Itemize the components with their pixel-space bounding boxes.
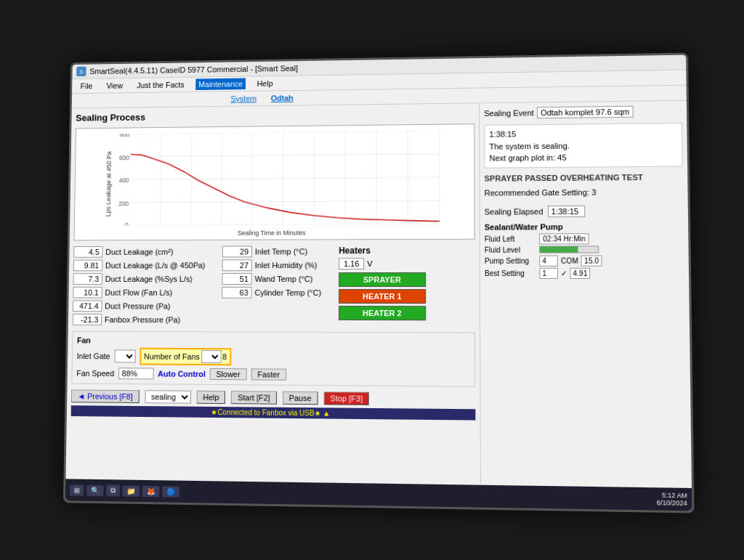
best-setting-val: 1 bbox=[539, 267, 558, 278]
fanbox-pressure-value: -21.3 bbox=[73, 314, 102, 325]
taskbar-time: 5:12 AM 6/10/2024 bbox=[657, 491, 687, 506]
menu-help[interactable]: Help bbox=[254, 77, 276, 89]
sprayer-button[interactable]: SPRAYER bbox=[339, 272, 426, 286]
best-setting-num: 4.91 bbox=[570, 267, 590, 278]
svg-text:200: 200 bbox=[118, 200, 129, 207]
fluid-level-row: Fluid Level bbox=[485, 245, 684, 253]
inlet-gate-select[interactable]: 4 bbox=[114, 349, 135, 362]
slower-button[interactable]: Slower bbox=[210, 368, 247, 380]
status-box: 1:38:15 The system is sealing. Next grap… bbox=[484, 122, 683, 167]
fanbox-pressure-label: Fanbox Pressure (Pa) bbox=[105, 315, 180, 324]
duct-pressure-label: Duct Pressure (Pa) bbox=[105, 301, 171, 310]
duct-leakage-pct-label: Duct Leakage (%Sys L/s) bbox=[105, 275, 193, 283]
inlet-humidity-row: 27 Inlet Humidity (%) bbox=[222, 259, 322, 271]
inlet-humidity-label: Inlet Humidity (%) bbox=[255, 261, 318, 269]
main-content: Sealing Process Lps Leakage at 450 Pa Se… bbox=[65, 100, 692, 487]
help-button[interactable]: Help bbox=[196, 390, 225, 403]
duct-leakage-cm2-label: Duct Leakage (cm²) bbox=[105, 247, 173, 256]
wand-temp-value: 51 bbox=[222, 273, 252, 285]
task-view-button[interactable]: ⧉ bbox=[106, 484, 120, 496]
inlet-gate-label: Inlet Gate bbox=[77, 352, 110, 360]
status-bar: ★Connected to Fanbox via USB★ ▲ bbox=[71, 405, 476, 420]
faster-button[interactable]: Faster bbox=[251, 368, 286, 380]
status-text: ★Connected to Fanbox via USB★ ▲ bbox=[211, 407, 330, 417]
best-setting-label: Best Setting bbox=[485, 269, 536, 277]
auto-control-label: Auto Control bbox=[158, 369, 206, 378]
heater-voltage-value: 1.16 bbox=[339, 258, 364, 269]
duct-flow-value: 10.1 bbox=[73, 286, 102, 298]
num-fans-max: 8 bbox=[222, 352, 227, 361]
svg-text:800: 800 bbox=[120, 131, 130, 138]
app-window: S SmartSeal(4.4.5.11) CaseID 5977 Commer… bbox=[65, 54, 692, 511]
heater-voltage-row: 1.16 V bbox=[339, 257, 426, 269]
pump-setting-com-label: COM bbox=[561, 256, 578, 264]
duct-flow-label: Duct Flow (Fan L/s) bbox=[105, 288, 172, 296]
taskbar-app1[interactable]: 📁 bbox=[123, 485, 140, 496]
chart-y-label: Lps Leakage at 450 Pa bbox=[105, 151, 113, 216]
chart-svg: 800 600 400 200 0 10 20 30 40 50 60 70 8… bbox=[102, 130, 468, 226]
data-row-0: 4.5 Duct Leakage (cm²) bbox=[73, 245, 205, 257]
heater1-button[interactable]: HEATER 1 bbox=[339, 288, 426, 303]
submenu-odtah[interactable]: Odtah bbox=[265, 92, 299, 103]
sealing-event-value: Odtah komplet 97.6 sqm bbox=[537, 105, 634, 118]
num-fans-label: Number of Fans bbox=[144, 352, 200, 360]
status-line2: Next graph plot in: 45 bbox=[489, 150, 677, 164]
heater2-button[interactable]: HEATER 2 bbox=[339, 305, 426, 320]
best-setting-check: ✓ bbox=[561, 269, 567, 277]
sealing-process-title: Sealing Process bbox=[76, 107, 474, 123]
left-panel: Sealing Process Lps Leakage at 450 Pa Se… bbox=[65, 103, 480, 484]
search-taskbar-button[interactable]: 🔍 bbox=[86, 484, 103, 495]
svg-line-4 bbox=[130, 224, 440, 225]
laptop-screen: S SmartSeal(4.4.5.11) CaseID 5977 Commer… bbox=[63, 52, 695, 513]
heaters-title: Heaters bbox=[339, 245, 426, 255]
pump-setting-val: 15.0 bbox=[581, 254, 602, 265]
best-setting-row: Best Setting 1 ✓ 4.91 bbox=[485, 267, 684, 278]
elapsed-label: Sealing Elapsed bbox=[485, 206, 543, 215]
taskbar-app3[interactable]: 🔵 bbox=[162, 485, 179, 496]
fan-section: Fan Inlet Gate 4 Number of Fans 1 8 bbox=[71, 330, 475, 386]
num-fans-select[interactable]: 1 bbox=[201, 350, 222, 363]
pump-section-label: Sealant/Water Pump bbox=[485, 221, 684, 230]
fluid-left-row: Fluid Left 02:34 Hr:Min bbox=[485, 232, 684, 244]
inlet-temp-value: 29 bbox=[222, 245, 252, 257]
duct-leakage-ls-label: Duct Leakage (L/s @ 450Pa) bbox=[105, 261, 205, 269]
fan-inlet-row: Inlet Gate 4 Number of Fans 1 8 bbox=[76, 347, 470, 367]
svg-text:600: 600 bbox=[119, 154, 129, 161]
menu-maintenance[interactable]: Maintenance bbox=[195, 78, 246, 90]
previous-button[interactable]: ◄ Previous [F8] bbox=[71, 389, 140, 403]
taskbar-app2[interactable]: 🦊 bbox=[142, 485, 160, 496]
svg-line-1 bbox=[131, 153, 440, 156]
heaters-section: Heaters 1.16 V SPRAYER HEATER 1 HEATER 2 bbox=[339, 245, 426, 325]
fan-speed-value: 88% bbox=[118, 368, 154, 379]
menu-view[interactable]: View bbox=[104, 79, 126, 91]
fluid-bar bbox=[540, 246, 578, 252]
data-row-5: -21.3 Fanbox Pressure (Pa) bbox=[73, 314, 205, 325]
data-row-4: 471.4 Duct Pressure (Pa) bbox=[73, 300, 205, 312]
menu-facts[interactable]: Just the Facts bbox=[134, 78, 187, 90]
duct-data-column: 4.5 Duct Leakage (cm²) 9.81 Duct Leakage… bbox=[73, 245, 206, 325]
svg-line-8 bbox=[252, 132, 253, 225]
cylinder-temp-row: 63 Cylinder Temp (°C) bbox=[222, 286, 321, 298]
fan-speed-row: Fan Speed 88% Auto Control Slower Faster bbox=[76, 367, 470, 381]
start-menu-button[interactable]: ⊞ bbox=[70, 484, 84, 495]
pump-setting-row: Pump Setting 4 COM 15.0 bbox=[485, 254, 684, 266]
svg-line-0 bbox=[131, 130, 439, 134]
menu-file[interactable]: File bbox=[78, 80, 96, 92]
pump-section: Sealant/Water Pump Fluid Left 02:34 Hr:M… bbox=[485, 221, 684, 280]
svg-line-3 bbox=[130, 200, 440, 202]
app-icon: S bbox=[76, 66, 86, 76]
bottom-controls: ◄ Previous [F8] sealing Help Start [F2] … bbox=[71, 389, 475, 406]
svg-line-5 bbox=[161, 133, 162, 225]
sealing-event-row: Sealing Event Odtah komplet 97.6 sqm bbox=[484, 105, 682, 118]
status-line1: The system is sealing. bbox=[489, 138, 677, 152]
stop-button[interactable]: Stop [F3] bbox=[323, 391, 369, 405]
heater-voltage-unit: V bbox=[367, 259, 372, 268]
mode-select[interactable]: sealing bbox=[145, 390, 191, 403]
data-row-1: 9.81 Duct Leakage (L/s @ 450Pa) bbox=[73, 259, 206, 271]
inlet-temp-label: Inlet Temp (°C) bbox=[255, 247, 307, 256]
submenu-system[interactable]: System bbox=[225, 92, 262, 104]
pause-button[interactable]: Pause bbox=[283, 391, 318, 405]
pump-setting-com: 4 bbox=[539, 255, 558, 266]
start-button[interactable]: Start [F2] bbox=[231, 391, 277, 405]
svg-line-2 bbox=[131, 177, 440, 179]
